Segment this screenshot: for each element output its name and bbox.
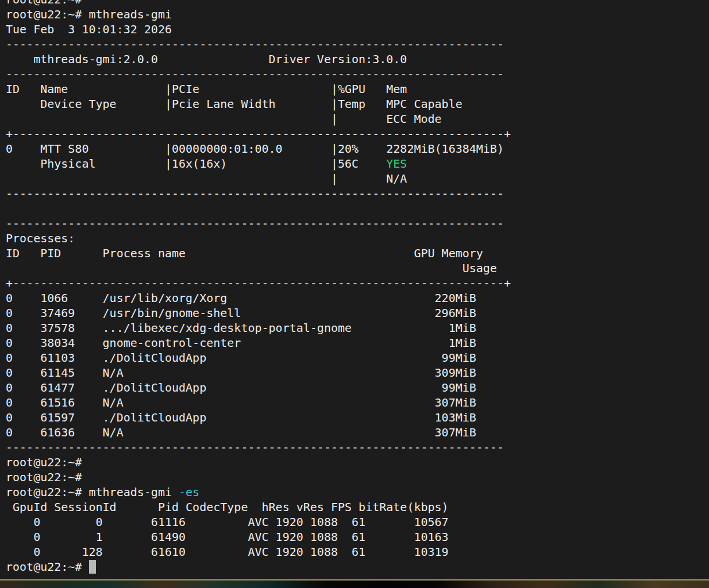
terminal-text: 0 61516 N/A 307MiB [6,396,476,409]
terminal-text: root@u22:~# [6,560,89,574]
terminal-text: Processes: [6,231,75,245]
terminal-line [6,201,511,216]
terminal-text: root@u22:~# [6,470,82,484]
terminal-line: Device Type |Pcie Lane Width |Temp MPC C… [6,96,511,111]
terminal-line: ----------------------------------------… [6,186,511,201]
terminal-line: | ECC Mode [6,111,511,126]
terminal-text: | ECC Mode [6,112,442,126]
terminal-text: 0 37578 .../libexec/xdg-desktop-portal-g… [6,321,476,335]
terminal-text: Tue Feb 3 10:01:32 2026 [6,22,172,36]
terminal-text: ----------------------------------------… [6,187,504,200]
terminal-line: 0 MTT S80 |00000000:01:00.0 |20% 2282MiB… [6,141,511,156]
terminal-text: root@u22:~# [6,0,82,6]
terminal-line: Tue Feb 3 10:01:32 2026 [6,22,511,37]
desktop-wallpaper [0,581,709,588]
terminal-text: ID PID Process name GPU Memory [6,246,483,260]
terminal-text: 0 61636 N/A 307MiB [6,425,476,439]
terminal-line: ----------------------------------------… [6,67,511,82]
terminal-text: root@u22:~# mthreads-gmi [6,7,172,21]
terminal-text: 0 1066 /usr/lib/xorg/Xorg 220MiB [6,291,476,305]
terminal-text: GpuId SessionId Pid CodecType hRes vRes … [6,500,449,514]
terminal-text: Device Type |Pcie Lane Width |Temp MPC C… [6,97,463,111]
terminal-line: ----------------------------------------… [6,440,511,455]
terminal-line: Physical |16x(16x) |56C YES [6,156,511,171]
terminal-line: Processes: [6,231,511,246]
terminal-output: root@u22:~#root@u22:~# mthreads-gmiTue F… [6,0,511,574]
terminal-line: 0 61103 ./DolitCloudApp 99MiB [6,350,511,365]
terminal-line: Usage [6,261,511,276]
terminal-text: 0 0 61116 AVC 1920 1088 61 10567 [6,515,449,529]
terminal-text: ----------------------------------------… [6,440,504,454]
terminal-text: 0 61597 ./DolitCloudApp 103MiB [6,411,476,424]
terminal-line: 0 61145 N/A 309MiB [6,365,511,380]
terminal-line: root@u22:~# [6,0,511,7]
terminal-line: ID Name |PCIe |%GPU Mem [6,82,511,96]
terminal-line: 0 61477 ./DolitCloudApp 99MiB [6,380,511,395]
terminal-text: ----------------------------------------… [6,216,504,230]
terminal-line: 0 38034 gnome-control-center 1MiB [6,335,511,350]
terminal-text: Physical |16x(16x) |56C [6,157,386,171]
terminal-text: ID Name |PCIe |%GPU Mem [6,82,407,96]
terminal-line: root@u22:~# [6,455,511,470]
terminal-text: 0 128 61610 AVC 1920 1088 61 10319 [6,545,449,559]
terminal-line: root@u22:~# [6,470,511,485]
terminal-text: ----------------------------------------… [6,37,504,51]
terminal-text: root@u22:~# [6,455,82,469]
terminal-text: 0 1 61490 AVC 1920 1088 61 10163 [6,530,449,544]
terminal-text: 0 61477 ./DolitCloudApp 99MiB [6,381,476,394]
terminal-text: Usage [6,261,497,275]
command-flag-es: -es [179,485,199,499]
terminal-window[interactable]: root@u22:~#root@u22:~# mthreads-gmiTue F… [0,0,709,579]
terminal-text: 0 61145 N/A 309MiB [6,366,476,380]
terminal-text: 0 37469 /usr/bin/gnome-shell 296MiB [6,306,476,320]
terminal-line: 0 61516 N/A 307MiB [6,395,511,410]
terminal-line: ID PID Process name GPU Memory [6,246,511,261]
terminal-line: 0 37469 /usr/bin/gnome-shell 296MiB [6,305,511,320]
screen: { "terminal": { "colors": { "bg": "#1c1c… [0,0,709,588]
terminal-line: 0 1066 /usr/lib/xorg/Xorg 220MiB [6,291,511,305]
terminal-line: root@u22:~# [6,559,511,574]
terminal-line: 0 1 61490 AVC 1920 1088 61 10163 [6,529,511,544]
terminal-line: root@u22:~# mthreads-gmi [6,7,511,22]
terminal-line: GpuId SessionId Pid CodecType hRes vRes … [6,500,511,514]
terminal-text: 0 61103 ./DolitCloudApp 99MiB [6,351,476,365]
terminal-text: mthreads-gmi:2.0.0 Driver Version:3.0.0 [6,52,407,66]
terminal-line: ----------------------------------------… [6,216,511,231]
terminal-line: 0 61636 N/A 307MiB [6,425,511,440]
terminal-text: | N/A [6,172,407,185]
terminal-line: root@u22:~# mthreads-gmi -es [6,485,511,500]
terminal-line: 0 0 61116 AVC 1920 1088 61 10567 [6,514,511,529]
terminal-line: 0 37578 .../libexec/xdg-desktop-portal-g… [6,320,511,335]
terminal-line: +---------------------------------------… [6,276,511,291]
terminal-text: 0 MTT S80 |00000000:01:00.0 |20% 2282MiB… [6,142,504,156]
terminal-cursor [89,560,96,574]
terminal-text: +---------------------------------------… [6,127,511,141]
terminal-line: | N/A [6,171,511,186]
terminal-text: +---------------------------------------… [6,276,511,290]
terminal-text: 0 38034 gnome-control-center 1MiB [6,336,476,350]
terminal-line: 0 128 61610 AVC 1920 1088 61 10319 [6,544,511,559]
terminal-text: root@u22:~# mthreads-gmi [6,485,179,499]
terminal-text: ----------------------------------------… [6,67,504,81]
terminal-line: +---------------------------------------… [6,126,511,141]
mpc-capable-yes: YES [386,157,407,171]
terminal-line: 0 61597 ./DolitCloudApp 103MiB [6,410,511,425]
terminal-line: mthreads-gmi:2.0.0 Driver Version:3.0.0 [6,52,511,67]
terminal-line: ----------------------------------------… [6,37,511,52]
